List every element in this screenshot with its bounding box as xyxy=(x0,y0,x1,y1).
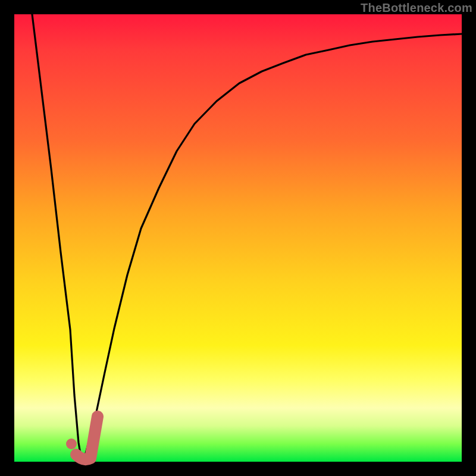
chart-frame: TheBottleneck.com xyxy=(0,0,476,476)
optimum-marker xyxy=(76,416,98,459)
watermark-text: TheBottleneck.com xyxy=(361,1,472,15)
plot-area xyxy=(14,14,462,462)
bottleneck-curve-svg xyxy=(14,14,462,462)
optimum-marker-dot xyxy=(66,439,77,449)
bottleneck-curve xyxy=(32,14,462,461)
